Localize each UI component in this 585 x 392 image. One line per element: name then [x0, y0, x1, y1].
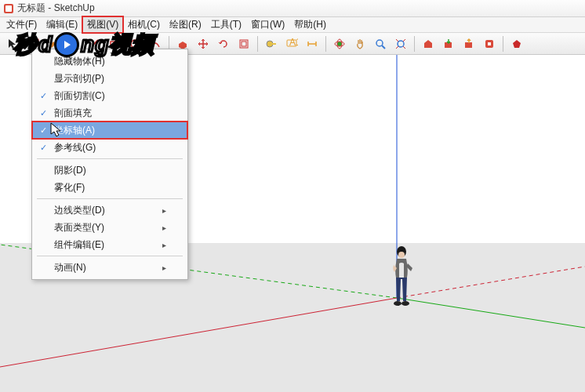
menu-edge-style[interactable]: 边线类型(D)▸	[32, 201, 187, 219]
app-icon	[3, 3, 14, 14]
dimension-icon[interactable]	[303, 34, 322, 53]
window-title: 无标题 - SketchUp	[17, 2, 95, 15]
extension-icon[interactable]	[480, 34, 499, 53]
menu-face-style[interactable]: 表面类型(Y)▸	[32, 219, 187, 236]
menu-draw[interactable]: 绘图(R)	[165, 16, 206, 33]
svg-point-14	[337, 42, 342, 46]
menu-guides[interactable]: ✓参考线(G)	[32, 139, 187, 156]
share-model-icon[interactable]	[460, 34, 478, 53]
svg-rect-22	[488, 42, 491, 45]
svg-point-10	[267, 41, 273, 47]
zoom-icon[interactable]	[371, 34, 390, 53]
menu-shadows[interactable]: 阴影(D)	[32, 162, 187, 179]
svg-text:A1: A1	[289, 38, 298, 48]
menu-separator	[37, 256, 183, 256]
svg-point-24	[398, 252, 405, 258]
ruby-icon[interactable]	[507, 34, 526, 53]
logo-text-1: 秒	[14, 30, 37, 60]
scale-figure	[387, 246, 416, 310]
logo-text-d: d	[38, 32, 53, 57]
rotate-icon[interactable]	[214, 34, 233, 53]
svg-point-18	[398, 41, 404, 47]
menu-separator	[37, 158, 183, 159]
menu-tools[interactable]: 工具(T)	[206, 16, 246, 33]
watermark-logo: 秒 d ng视频	[14, 30, 154, 60]
menu-animation[interactable]: 动画(N)▸	[32, 259, 187, 276]
menu-section-cut[interactable]: ✓剖面切割(C)	[32, 87, 187, 104]
svg-rect-20	[465, 42, 472, 48]
text-icon[interactable]: A1	[282, 34, 301, 53]
view-menu-dropdown: 隐藏物体(H) 显示剖切(P) ✓剖面切割(C) ✓剖面填充 ✓坐标轴(A) ✓…	[31, 49, 188, 280]
svg-rect-1	[5, 5, 12, 12]
move-icon[interactable]	[194, 34, 213, 53]
toolbar-separator	[325, 36, 326, 52]
menu-help[interactable]: 帮助(H)	[289, 16, 331, 33]
menu-separator	[37, 198, 183, 199]
titlebar: 无标题 - SketchUp	[0, 0, 585, 17]
offset-icon[interactable]	[234, 34, 253, 53]
axis-red-dash	[397, 267, 585, 298]
warehouse-icon[interactable]	[419, 34, 438, 53]
menu-window[interactable]: 窗口(W)	[246, 16, 289, 33]
svg-point-26	[402, 301, 409, 306]
svg-point-25	[394, 301, 402, 306]
toolbar-separator	[257, 36, 258, 52]
svg-rect-11	[272, 43, 276, 45]
svg-point-17	[376, 40, 383, 46]
zoom-extents-icon[interactable]	[391, 34, 410, 53]
svg-rect-9	[242, 42, 246, 46]
cursor-icon	[50, 122, 63, 140]
play-icon	[54, 32, 79, 57]
menu-section-fill[interactable]: ✓剖面填充	[32, 104, 187, 122]
pan-icon[interactable]	[351, 34, 369, 53]
toolbar-separator	[503, 36, 503, 52]
tape-icon[interactable]	[262, 34, 281, 53]
orbit-icon[interactable]	[330, 34, 349, 53]
toolbar-separator	[414, 36, 415, 52]
menu-fog[interactable]: 雾化(F)	[32, 179, 187, 196]
logo-text-2: ng视频	[81, 30, 154, 60]
get-model-icon[interactable]	[439, 34, 458, 53]
axis-red-solid	[0, 298, 397, 367]
menu-component-edit[interactable]: 组件编辑(E)▸	[32, 236, 187, 253]
axis-green-solid	[397, 298, 585, 328]
menu-show-section[interactable]: 显示剖切(P)	[32, 70, 187, 87]
